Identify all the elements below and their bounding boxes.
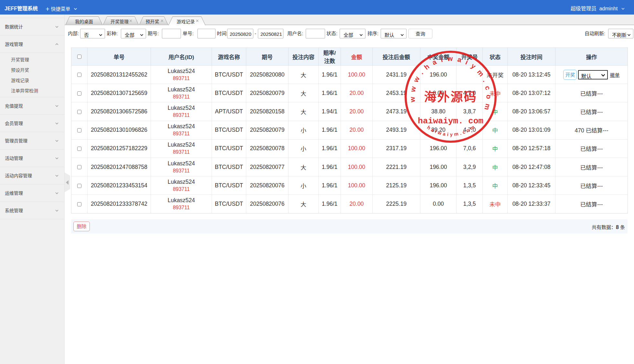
svg-text:haiwaiym.com: haiwaiym.com — [426, 124, 476, 137]
svg-text:海外源码: 海外源码 — [424, 90, 477, 104]
svg-text:haiwaiym. com: haiwaiym. com — [418, 116, 483, 126]
